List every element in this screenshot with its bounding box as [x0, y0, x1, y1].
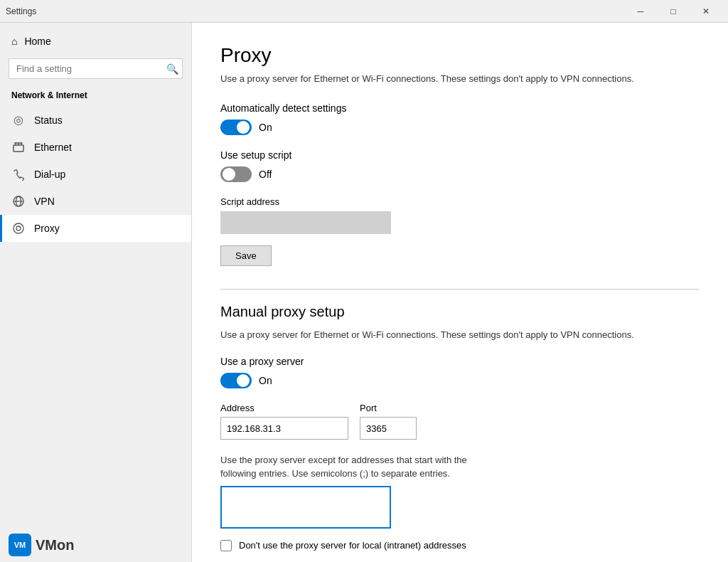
auto-detect-row: On [220, 120, 700, 135]
local-checkbox[interactable] [220, 540, 232, 551]
nav-label-proxy: Proxy [34, 223, 60, 234]
sidebar-item-ethernet[interactable]: Ethernet [0, 134, 191, 161]
setup-script-save-button[interactable]: Save [220, 245, 272, 266]
toggle-knob-3 [237, 374, 250, 387]
toggle-knob [237, 121, 250, 134]
svg-point-9 [16, 226, 21, 230]
use-proxy-label: Use a proxy server [220, 356, 700, 367]
auto-detect-toggle[interactable] [220, 120, 252, 135]
window-controls: ─ □ ✕ [624, 0, 722, 23]
nav-label-status: Status [34, 115, 63, 126]
local-checkbox-row: Don't use the proxy server for local (in… [220, 540, 700, 551]
svg-rect-0 [14, 145, 23, 152]
auto-detect-label: Automatically detect settings [220, 102, 700, 114]
use-proxy-toggle-label: On [259, 375, 272, 386]
sidebar-item-home[interactable]: ⌂ Home [0, 28, 191, 54]
home-icon: ⌂ [11, 36, 17, 47]
nav-label-ethernet: Ethernet [34, 142, 72, 153]
status-icon: ◎ [11, 113, 26, 127]
content-area: Proxy Use a proxy server for Ethernet or… [192, 23, 728, 562]
address-port-row: Address Port [220, 403, 700, 440]
toggle-knob-2 [223, 168, 235, 181]
setup-script-toggle[interactable] [220, 166, 252, 182]
port-label: Port [360, 403, 417, 413]
sidebar-item-vpn[interactable]: VPN [0, 188, 191, 215]
ethernet-icon [11, 141, 26, 154]
address-field-group: Address [220, 403, 348, 440]
home-label: Home [24, 36, 50, 47]
vmmon-branding: VM VMon [9, 534, 74, 556]
sidebar: ⌂ Home 🔍 Network & Internet ◎ Status Eth [0, 23, 192, 562]
search-icon[interactable]: 🔍 [166, 63, 178, 75]
address-input[interactable] [220, 417, 348, 440]
port-field-group: Port [360, 403, 417, 440]
sidebar-section-title: Network & Internet [0, 88, 191, 106]
address-label: Address [220, 403, 348, 413]
maximize-button[interactable]: □ [657, 0, 690, 23]
sidebar-item-dialup[interactable]: Dial-up [0, 161, 191, 188]
page-title: Proxy [220, 44, 700, 67]
exceptions-label: Use the proxy server except for addresse… [220, 454, 491, 479]
svg-point-8 [14, 223, 23, 233]
nav-label-vpn: VPN [34, 196, 55, 207]
dialup-icon [11, 168, 26, 181]
close-button[interactable]: ✕ [690, 0, 722, 23]
setup-script-row: Off [220, 166, 700, 182]
exceptions-input[interactable] [220, 486, 391, 529]
app-title: Settings [6, 6, 624, 16]
divider [220, 289, 700, 290]
vmmon-logo: VM [9, 534, 31, 556]
vmmon-name: VMon [36, 537, 74, 553]
page-description: Use a proxy server for Ethernet or Wi-Fi… [220, 73, 700, 85]
proxy-icon [11, 222, 26, 235]
local-checkbox-label: Don't use the proxy server for local (in… [239, 540, 466, 551]
search-box: 🔍 [9, 58, 183, 79]
search-input[interactable] [9, 58, 183, 79]
manual-proxy-title: Manual proxy setup [220, 304, 700, 320]
title-bar: Settings ─ □ ✕ [0, 0, 728, 23]
auto-detect-toggle-label: On [259, 122, 272, 133]
manual-proxy-description: Use a proxy server for Ethernet or Wi-Fi… [220, 329, 700, 341]
use-proxy-row: On [220, 373, 700, 388]
script-address-input[interactable] [220, 211, 391, 234]
sidebar-item-proxy[interactable]: Proxy [0, 215, 191, 242]
vpn-icon [11, 195, 26, 208]
port-input[interactable] [360, 417, 417, 440]
main-layout: ⌂ Home 🔍 Network & Internet ◎ Status Eth [0, 23, 728, 562]
sidebar-item-status[interactable]: ◎ Status [0, 106, 191, 134]
use-proxy-toggle[interactable] [220, 373, 252, 388]
setup-script-toggle-label: Off [259, 169, 272, 180]
script-address-label: Script address [220, 196, 700, 207]
setup-script-label: Use setup script [220, 149, 700, 161]
nav-label-dialup: Dial-up [34, 169, 65, 180]
minimize-button[interactable]: ─ [624, 0, 657, 23]
